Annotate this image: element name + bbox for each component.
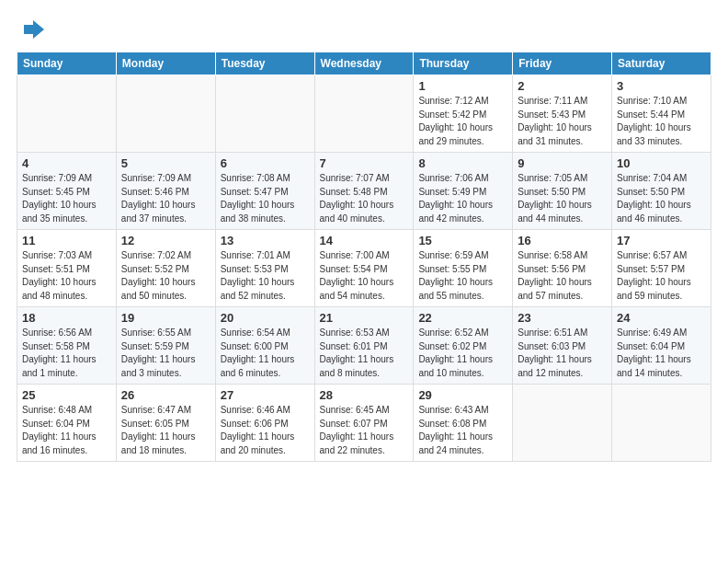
day-cell: 12Sunrise: 7:02 AM Sunset: 5:52 PM Dayli… xyxy=(116,230,215,307)
day-cell: 23Sunrise: 6:51 AM Sunset: 6:03 PM Dayli… xyxy=(513,307,612,385)
day-number: 15 xyxy=(418,234,507,247)
day-info: Sunrise: 7:11 AM Sunset: 5:43 PM Dayligh… xyxy=(518,95,607,148)
day-info: Sunrise: 7:02 AM Sunset: 5:52 PM Dayligh… xyxy=(121,249,210,303)
svg-marker-0 xyxy=(24,20,44,39)
day-cell xyxy=(17,75,117,153)
header xyxy=(17,17,711,42)
day-cell: 24Sunrise: 6:49 AM Sunset: 6:04 PM Dayli… xyxy=(612,307,711,385)
day-cell: 17Sunrise: 6:57 AM Sunset: 5:57 PM Dayli… xyxy=(612,230,711,307)
day-number: 23 xyxy=(518,311,607,325)
day-cell: 1Sunrise: 7:12 AM Sunset: 5:42 PM Daylig… xyxy=(414,75,513,153)
day-number: 3 xyxy=(617,79,706,93)
week-row-3: 18Sunrise: 6:56 AM Sunset: 5:58 PM Dayli… xyxy=(17,307,711,385)
day-info: Sunrise: 7:09 AM Sunset: 5:45 PM Dayligh… xyxy=(22,172,111,225)
weekday-thursday: Thursday xyxy=(414,52,513,75)
weekday-tuesday: Tuesday xyxy=(215,52,314,75)
day-cell: 9Sunrise: 7:05 AM Sunset: 5:50 PM Daylig… xyxy=(513,153,612,230)
day-info: Sunrise: 7:07 AM Sunset: 5:48 PM Dayligh… xyxy=(320,172,409,225)
day-number: 28 xyxy=(320,388,409,402)
day-number: 8 xyxy=(418,156,507,170)
day-cell: 25Sunrise: 6:48 AM Sunset: 6:04 PM Dayli… xyxy=(17,385,117,462)
day-cell: 22Sunrise: 6:52 AM Sunset: 6:02 PM Dayli… xyxy=(414,307,513,385)
week-row-2: 11Sunrise: 7:03 AM Sunset: 5:51 PM Dayli… xyxy=(17,230,711,307)
day-cell: 15Sunrise: 6:59 AM Sunset: 5:55 PM Dayli… xyxy=(414,230,513,307)
day-cell: 4Sunrise: 7:09 AM Sunset: 5:45 PM Daylig… xyxy=(17,153,117,230)
day-number: 6 xyxy=(221,156,310,170)
day-cell: 5Sunrise: 7:09 AM Sunset: 5:46 PM Daylig… xyxy=(116,153,215,230)
day-info: Sunrise: 7:01 AM Sunset: 5:53 PM Dayligh… xyxy=(221,249,310,303)
day-cell: 26Sunrise: 6:47 AM Sunset: 6:05 PM Dayli… xyxy=(116,385,215,462)
day-number: 24 xyxy=(617,311,706,325)
day-cell: 11Sunrise: 7:03 AM Sunset: 5:51 PM Dayli… xyxy=(17,230,117,307)
day-number: 7 xyxy=(320,156,409,170)
day-cell: 3Sunrise: 7:10 AM Sunset: 5:44 PM Daylig… xyxy=(612,75,711,153)
day-cell: 20Sunrise: 6:54 AM Sunset: 6:00 PM Dayli… xyxy=(215,307,314,385)
day-info: Sunrise: 7:10 AM Sunset: 5:44 PM Dayligh… xyxy=(617,95,706,148)
day-number: 19 xyxy=(121,311,210,325)
day-number: 10 xyxy=(617,156,706,170)
day-cell: 13Sunrise: 7:01 AM Sunset: 5:53 PM Dayli… xyxy=(215,230,314,307)
day-info: Sunrise: 7:04 AM Sunset: 5:50 PM Dayligh… xyxy=(617,172,706,225)
day-cell: 14Sunrise: 7:00 AM Sunset: 5:54 PM Dayli… xyxy=(314,230,414,307)
weekday-wednesday: Wednesday xyxy=(314,52,414,75)
day-info: Sunrise: 7:05 AM Sunset: 5:50 PM Dayligh… xyxy=(518,172,607,225)
day-cell: 19Sunrise: 6:55 AM Sunset: 5:59 PM Dayli… xyxy=(116,307,215,385)
day-info: Sunrise: 7:00 AM Sunset: 5:54 PM Dayligh… xyxy=(320,249,409,303)
day-info: Sunrise: 6:56 AM Sunset: 5:58 PM Dayligh… xyxy=(22,327,111,380)
day-cell: 10Sunrise: 7:04 AM Sunset: 5:50 PM Dayli… xyxy=(612,153,711,230)
day-number: 5 xyxy=(121,156,210,170)
day-cell: 21Sunrise: 6:53 AM Sunset: 6:01 PM Dayli… xyxy=(314,307,414,385)
day-number: 17 xyxy=(617,234,706,247)
weekday-monday: Monday xyxy=(116,52,215,75)
day-number: 1 xyxy=(418,79,507,93)
day-info: Sunrise: 7:09 AM Sunset: 5:46 PM Dayligh… xyxy=(121,172,210,225)
day-number: 20 xyxy=(221,311,310,325)
day-number: 2 xyxy=(518,79,607,93)
day-number: 26 xyxy=(121,388,210,402)
day-number: 27 xyxy=(221,388,310,402)
week-row-1: 4Sunrise: 7:09 AM Sunset: 5:45 PM Daylig… xyxy=(17,153,711,230)
day-number: 21 xyxy=(320,311,409,325)
day-info: Sunrise: 6:58 AM Sunset: 5:56 PM Dayligh… xyxy=(518,249,607,303)
day-cell: 28Sunrise: 6:45 AM Sunset: 6:07 PM Dayli… xyxy=(314,385,414,462)
day-number: 16 xyxy=(518,234,607,247)
day-cell xyxy=(116,75,215,153)
day-info: Sunrise: 7:12 AM Sunset: 5:42 PM Dayligh… xyxy=(418,95,507,148)
day-info: Sunrise: 6:55 AM Sunset: 5:59 PM Dayligh… xyxy=(121,327,210,380)
page: SundayMondayTuesdayWednesdayThursdayFrid… xyxy=(0,0,728,471)
day-cell: 7Sunrise: 7:07 AM Sunset: 5:48 PM Daylig… xyxy=(314,153,414,230)
day-cell: 27Sunrise: 6:46 AM Sunset: 6:06 PM Dayli… xyxy=(215,385,314,462)
day-info: Sunrise: 6:48 AM Sunset: 6:04 PM Dayligh… xyxy=(22,404,111,457)
day-info: Sunrise: 6:51 AM Sunset: 6:03 PM Dayligh… xyxy=(518,327,607,380)
week-row-4: 25Sunrise: 6:48 AM Sunset: 6:04 PM Dayli… xyxy=(17,385,711,462)
logo xyxy=(17,17,46,42)
day-info: Sunrise: 7:08 AM Sunset: 5:47 PM Dayligh… xyxy=(221,172,310,225)
day-info: Sunrise: 7:03 AM Sunset: 5:51 PM Dayligh… xyxy=(22,249,111,303)
day-info: Sunrise: 6:43 AM Sunset: 6:08 PM Dayligh… xyxy=(418,404,507,457)
day-number: 12 xyxy=(121,234,210,247)
day-cell: 29Sunrise: 6:43 AM Sunset: 6:08 PM Dayli… xyxy=(414,385,513,462)
day-number: 14 xyxy=(320,234,409,247)
day-number: 18 xyxy=(22,311,111,325)
weekday-header-row: SundayMondayTuesdayWednesdayThursdayFrid… xyxy=(17,52,711,75)
logo-icon xyxy=(20,17,46,42)
day-info: Sunrise: 7:06 AM Sunset: 5:49 PM Dayligh… xyxy=(418,172,507,225)
day-info: Sunrise: 6:59 AM Sunset: 5:55 PM Dayligh… xyxy=(418,249,507,303)
day-number: 4 xyxy=(22,156,111,170)
day-cell: 8Sunrise: 7:06 AM Sunset: 5:49 PM Daylig… xyxy=(414,153,513,230)
day-info: Sunrise: 6:47 AM Sunset: 6:05 PM Dayligh… xyxy=(121,404,210,457)
day-number: 29 xyxy=(418,388,507,402)
day-info: Sunrise: 6:53 AM Sunset: 6:01 PM Dayligh… xyxy=(320,327,409,380)
day-info: Sunrise: 6:54 AM Sunset: 6:00 PM Dayligh… xyxy=(221,327,310,380)
day-number: 22 xyxy=(418,311,507,325)
day-cell xyxy=(513,385,612,462)
day-number: 9 xyxy=(518,156,607,170)
day-cell: 6Sunrise: 7:08 AM Sunset: 5:47 PM Daylig… xyxy=(215,153,314,230)
day-info: Sunrise: 6:45 AM Sunset: 6:07 PM Dayligh… xyxy=(320,404,409,457)
day-number: 11 xyxy=(22,234,111,247)
day-info: Sunrise: 6:57 AM Sunset: 5:57 PM Dayligh… xyxy=(617,249,706,303)
day-info: Sunrise: 6:46 AM Sunset: 6:06 PM Dayligh… xyxy=(221,404,310,457)
day-cell xyxy=(314,75,414,153)
day-cell xyxy=(612,385,711,462)
weekday-sunday: Sunday xyxy=(17,52,117,75)
